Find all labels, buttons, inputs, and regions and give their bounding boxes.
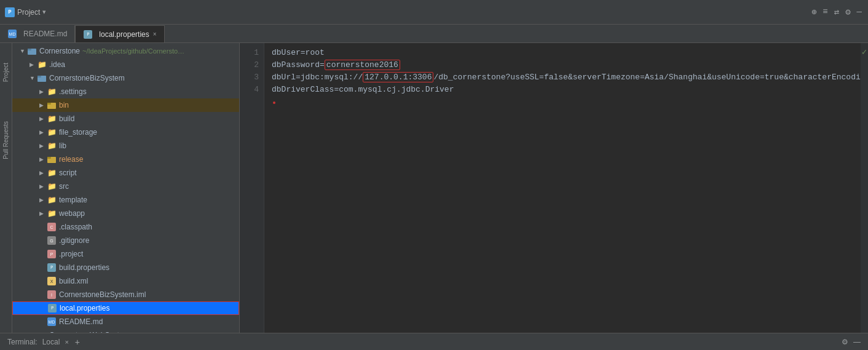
arrow-webapp bbox=[39, 210, 47, 217]
tree-item-script[interactable]: script bbox=[12, 166, 239, 180]
line3-host-highlight: 127.0.0.1:3306 bbox=[363, 72, 433, 82]
tab-readme-label: README.md bbox=[23, 30, 67, 38]
local-terminal-label: Local bbox=[42, 338, 60, 346]
classpath-file-icon: C bbox=[47, 222, 57, 232]
cursor bbox=[273, 101, 275, 104]
arrow-src bbox=[39, 183, 47, 189]
line3-prefix: dbUrl=jdbc:mysql:// bbox=[272, 73, 363, 82]
tab-close-icon[interactable]: × bbox=[153, 31, 157, 38]
arrow-cornerstonebiz bbox=[30, 75, 37, 81]
settings-icon[interactable]: ⚙ bbox=[844, 6, 851, 18]
tree-item-bin[interactable]: bin bbox=[12, 98, 239, 112]
project-panel-label: Project bbox=[2, 63, 9, 82]
dropdown-arrow[interactable]: ▾ bbox=[42, 8, 46, 16]
template-folder-icon bbox=[47, 195, 57, 205]
line-num-4: 4 bbox=[240, 84, 259, 96]
line3-suffix: /db_cornerstone?useSSL=false&serverTimez… bbox=[433, 73, 861, 82]
settings-folder-icon bbox=[47, 87, 57, 97]
project-icon: P bbox=[5, 7, 15, 17]
project-panel-toggle[interactable]: Project bbox=[0, 48, 12, 97]
tree-item-settings[interactable]: .settings bbox=[12, 85, 239, 98]
line-num-2: 2 bbox=[240, 59, 259, 71]
tree-item-cornerstone[interactable]: Cornerstone ~/IdeaProjects/github/Corner… bbox=[12, 44, 239, 58]
svg-rect-3 bbox=[37, 76, 41, 78]
tabs-bar: MD README.md P local.properties × bbox=[0, 25, 868, 43]
gitignore-name: .gitignore bbox=[59, 236, 89, 245]
local-props-name: local.properties bbox=[60, 304, 109, 312]
terminal-close-icon[interactable]: × bbox=[65, 338, 68, 346]
tree-item-template[interactable]: template bbox=[12, 193, 239, 207]
script-name: script bbox=[59, 169, 77, 177]
webapp-folder-icon bbox=[47, 209, 57, 218]
code-line-4: dbDriverClass=com.mysql.cj.jdbc.Driver bbox=[272, 84, 853, 96]
tree-item-gitignore[interactable]: G .gitignore bbox=[12, 234, 239, 247]
tree-item-project-file[interactable]: P .project bbox=[12, 247, 239, 261]
svg-rect-1 bbox=[28, 49, 31, 50]
arrow-file-storage bbox=[39, 129, 47, 135]
build-name: build bbox=[59, 114, 74, 123]
line2-password-highlight: cornerstone2016 bbox=[325, 60, 400, 70]
src-name: src bbox=[59, 182, 69, 191]
add-module-icon[interactable]: ⊕ bbox=[810, 6, 818, 18]
arrow-template bbox=[39, 197, 47, 203]
tree-item-build[interactable]: build bbox=[12, 112, 239, 125]
right-gutter: ✓ bbox=[861, 43, 868, 333]
arrow-settings bbox=[39, 89, 47, 95]
root-name: Cornerstone bbox=[39, 47, 80, 55]
arrow-build bbox=[39, 116, 47, 122]
project-file-name: .project bbox=[59, 250, 83, 258]
tree-item-build-properties[interactable]: P build.properties bbox=[12, 261, 239, 274]
gitignore-file-icon: G bbox=[47, 236, 57, 245]
file-storage-name: file_storage bbox=[59, 128, 97, 137]
build-props-name: build.properties bbox=[59, 263, 109, 272]
tree-item-cornerstoneweb[interactable]: CornerstoneWebSystem bbox=[12, 328, 239, 333]
list-icon[interactable]: ≡ bbox=[821, 6, 829, 18]
editor-content: 1 2 3 4 dbUser=root dbPassword=cornersto… bbox=[240, 43, 868, 333]
svg-rect-5 bbox=[47, 103, 51, 105]
pull-requests-panel-toggle[interactable]: Pull Requests bbox=[0, 109, 12, 171]
readme-name: README.md bbox=[59, 317, 103, 326]
tree-item-classpath[interactable]: C .classpath bbox=[12, 220, 239, 234]
biz-iml-name: CornerstoneBizSystem.iml bbox=[59, 290, 146, 299]
tree-item-biz-iml[interactable]: I CornerstoneBizSystem.iml bbox=[12, 288, 239, 301]
release-folder-icon bbox=[47, 154, 57, 164]
src-folder-icon bbox=[47, 181, 57, 191]
tree-item-idea[interactable]: .idea bbox=[12, 58, 239, 71]
line-num-3: 3 bbox=[240, 71, 259, 84]
webapp-name: webapp bbox=[59, 209, 85, 218]
svg-rect-7 bbox=[47, 157, 51, 159]
sync-icon[interactable]: ⇄ bbox=[833, 6, 840, 18]
idea-name: .idea bbox=[49, 60, 65, 69]
minimize-icon[interactable]: — bbox=[856, 6, 863, 18]
code-line-5 bbox=[272, 96, 853, 108]
biz-folder-icon bbox=[37, 73, 47, 83]
tree-item-readme[interactable]: MD README.md bbox=[12, 315, 239, 328]
terminal-add-icon[interactable]: + bbox=[75, 337, 80, 347]
code-area[interactable]: dbUser=root dbPassword=cornerstone2016 d… bbox=[264, 43, 861, 333]
tree-item-lib[interactable]: lib bbox=[12, 139, 239, 153]
tab-local-properties-label: local.properties bbox=[99, 30, 149, 39]
top-bar-icons: ⊕ ≡ ⇄ ⚙ — bbox=[810, 6, 863, 18]
build-folder-icon bbox=[47, 114, 57, 124]
tree-item-file-storage[interactable]: file_storage bbox=[12, 125, 239, 139]
terminal-label: Terminal: bbox=[7, 338, 37, 346]
bottom-gear-icon[interactable]: ⚙ bbox=[842, 338, 848, 346]
tab-local-properties[interactable]: P local.properties × bbox=[75, 25, 164, 42]
tree-item-cornerstonebiz[interactable]: CornerstoneBizSystem bbox=[12, 71, 239, 85]
tree-item-src[interactable]: src bbox=[12, 180, 239, 193]
tree-item-webapp[interactable]: webapp bbox=[12, 207, 239, 220]
idea-folder-icon bbox=[37, 60, 47, 70]
arrow-cornerstone bbox=[20, 48, 27, 54]
bin-name: bin bbox=[59, 101, 69, 109]
build-xml-name: build.xml bbox=[59, 277, 88, 285]
tree-item-build-xml[interactable]: X build.xml bbox=[12, 274, 239, 288]
lib-folder-icon bbox=[47, 141, 57, 151]
template-name: template bbox=[59, 196, 87, 204]
classpath-name: .classpath bbox=[59, 223, 92, 231]
tree-item-release[interactable]: release bbox=[12, 153, 239, 166]
top-bar-title: Project bbox=[17, 8, 40, 17]
bottom-dash-icon[interactable]: — bbox=[853, 338, 861, 346]
tab-readme[interactable]: MD README.md bbox=[0, 25, 75, 42]
tree-item-local-properties[interactable]: P local.properties bbox=[12, 301, 239, 315]
biz-iml-icon: I bbox=[47, 290, 57, 300]
